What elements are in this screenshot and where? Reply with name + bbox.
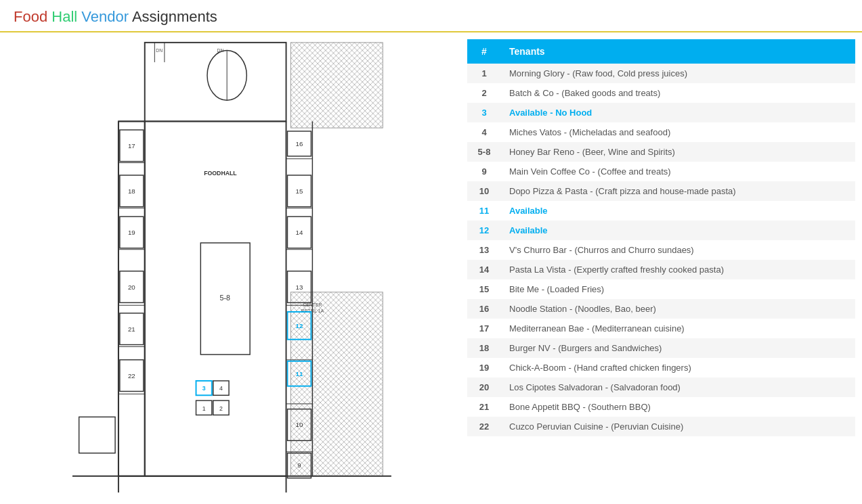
page-title: Food Hall Vendor Assignments [0, 0, 862, 32]
table-row: 11Available [467, 201, 855, 221]
title-food: Food [14, 8, 47, 25]
row-tenant: Chick-A-Boom - (Hand crafted chicken fin… [501, 358, 855, 377]
svg-text:5-8: 5-8 [220, 294, 230, 302]
svg-text:1: 1 [202, 405, 206, 412]
tenant-table: # Tenants 1Morning Glory - (Raw food, Co… [467, 39, 855, 436]
table-row: 10Dopo Pizza & Pasta - (Craft pizza and … [467, 181, 855, 201]
row-number: 10 [467, 181, 501, 201]
svg-text:22: 22 [128, 372, 135, 380]
row-number: 11 [467, 201, 501, 221]
row-number: 3 [467, 103, 501, 122]
svg-rect-3 [290, 292, 383, 476]
row-tenant: Available [501, 201, 855, 221]
svg-text:19: 19 [128, 229, 135, 236]
table-header-row: # Tenants [467, 39, 855, 64]
row-number: 19 [467, 358, 501, 377]
row-tenant: Burger NV - (Burgers and Sandwiches) [501, 338, 855, 358]
row-tenant: Main Vein Coffee Co - (Coffee and treats… [501, 162, 855, 181]
svg-text:18: 18 [128, 187, 135, 195]
row-tenant: Dopo Pizza & Pasta - (Craft pizza and ho… [501, 181, 855, 201]
row-number: 4 [467, 122, 501, 142]
row-tenant: Cuzco Peruvian Cuisine - (Peruvian Cuisi… [501, 417, 855, 436]
row-number: 2 [467, 83, 501, 103]
table-row: 14Pasta La Vista - (Expertly crafted fre… [467, 260, 855, 279]
svg-text:DN: DN [156, 48, 163, 53]
col-tenants-header: Tenants [501, 39, 855, 64]
row-number: 13 [467, 240, 501, 260]
row-number: 14 [467, 260, 501, 279]
row-number: 12 [467, 221, 501, 240]
svg-text:FOODHALL: FOODHALL [204, 170, 237, 177]
svg-text:21: 21 [128, 325, 135, 333]
table-row: 2Batch & Co - (Baked goods and treats) [467, 83, 855, 103]
svg-rect-73 [79, 417, 115, 453]
table-row: 18Burger NV - (Burgers and Sandwiches) [467, 338, 855, 358]
table-row: 15Bite Me - (Loaded Fries) [467, 279, 855, 299]
row-number: 5-8 [467, 142, 501, 162]
row-number: 22 [467, 417, 501, 436]
row-tenant: Available - No Hood [501, 103, 855, 122]
row-number: 20 [467, 377, 501, 397]
svg-text:4: 4 [219, 385, 223, 392]
row-tenant: Pasta La Vista - (Expertly crafted fresh… [501, 260, 855, 279]
table-row: 16Noodle Station - (Noodles, Bao, beer) [467, 299, 855, 319]
svg-text:DN: DN [217, 48, 224, 53]
row-number: 9 [467, 162, 501, 181]
row-number: 15 [467, 279, 501, 299]
row-tenant: Noodle Station - (Noodles, Bao, beer) [501, 299, 855, 319]
svg-text:11: 11 [296, 370, 303, 377]
svg-text:16: 16 [296, 140, 303, 147]
row-tenant: Batch & Co - (Baked goods and treats) [501, 83, 855, 103]
table-row: 21Bone Appetit BBQ - (Southern BBQ) [467, 397, 855, 417]
row-number: 17 [467, 319, 501, 338]
svg-text:2: 2 [219, 405, 223, 412]
row-tenant: Mediterranean Bae - (Mediterranean cuisi… [501, 319, 855, 338]
svg-rect-48 [145, 43, 286, 122]
row-tenant: Honey Bar Reno - (Beer, Wine and Spirits… [501, 142, 855, 162]
title-vendor: Vendor [77, 8, 129, 25]
table-row: 12Available [467, 221, 855, 240]
svg-text:14: 14 [296, 229, 303, 236]
row-tenant: Bite Me - (Loaded Fries) [501, 279, 855, 299]
svg-text:12: 12 [296, 322, 303, 329]
table-row: 19Chick-A-Boom - (Hand crafted chicken f… [467, 358, 855, 377]
row-tenant: Miches Vatos - (Micheladas and seafood) [501, 122, 855, 142]
svg-rect-2 [290, 43, 383, 128]
svg-rect-4 [118, 121, 145, 476]
row-tenant: V's Churro Bar - (Churros and Churro sun… [501, 240, 855, 260]
col-number-header: # [467, 39, 501, 64]
svg-text:9: 9 [297, 461, 301, 469]
row-tenant: Los Cipotes Salvadoran - (Salvadoran foo… [501, 377, 855, 397]
row-number: 21 [467, 397, 501, 417]
title-rest: Assignments [129, 8, 217, 25]
row-number: 16 [467, 299, 501, 319]
table-row: 20Los Cipotes Salvadoran - (Salvadoran f… [467, 377, 855, 397]
table-row: 5-8Honey Bar Reno - (Beer, Wine and Spir… [467, 142, 855, 162]
svg-text:15: 15 [296, 187, 303, 195]
svg-text:3: 3 [202, 385, 206, 392]
row-tenant: Bone Appetit BBQ - (Southern BBQ) [501, 397, 855, 417]
tenant-table-wrapper: # Tenants 1Morning Glory - (Raw food, Co… [467, 39, 855, 492]
row-tenant: Morning Glory - (Raw food, Cold press ju… [501, 64, 855, 83]
table-row: 17Mediterranean Bae - (Mediterranean cui… [467, 319, 855, 338]
row-number: 18 [467, 338, 501, 358]
svg-text:13: 13 [296, 283, 303, 291]
table-row: 22Cuzco Peruvian Cuisine - (Peruvian Cui… [467, 417, 855, 436]
svg-text:17: 17 [128, 142, 135, 150]
table-row: 4Miches Vatos - (Micheladas and seafood) [467, 122, 855, 142]
svg-text:20: 20 [128, 283, 135, 291]
table-row: 13V's Churro Bar - (Churros and Churro s… [467, 240, 855, 260]
row-number: 1 [467, 64, 501, 83]
table-row: 1Morning Glory - (Raw food, Cold press j… [467, 64, 855, 83]
row-tenant: Available [501, 221, 855, 240]
svg-text:10: 10 [296, 421, 303, 428]
table-row: 3Available - No Hood [467, 103, 855, 122]
floor-plan: 17 18 19 20 21 22 5-8 FOODHALL [7, 39, 454, 492]
title-hall: Hall [47, 8, 77, 25]
table-row: 9Main Vein Coffee Co - (Coffee and treat… [467, 162, 855, 181]
